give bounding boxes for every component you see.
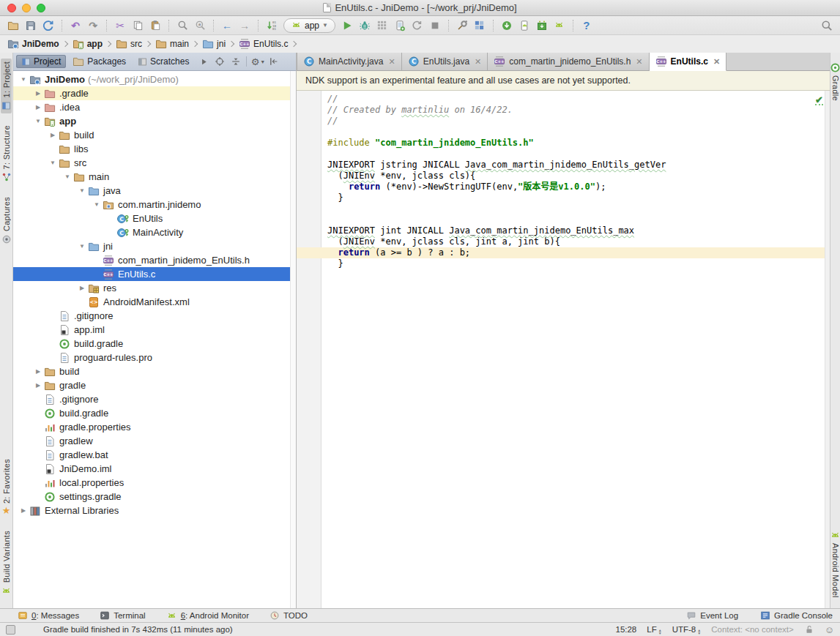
close-tab-icon[interactable]: ✕ [713, 57, 720, 67]
tree-row[interactable]: .gitignore [13, 392, 296, 406]
breadcrumb-item[interactable]: app [71, 37, 104, 50]
tree-row[interactable]: ▶.idea [13, 100, 296, 114]
tree-collapse-arrow[interactable]: ▶ [76, 285, 88, 291]
debug-icon[interactable] [356, 18, 373, 34]
breadcrumb-item[interactable]: jni [201, 37, 227, 50]
tree-scrollbar[interactable] [290, 71, 296, 608]
tree-collapse-arrow[interactable]: ▶ [32, 368, 44, 375]
back-icon[interactable]: ← [218, 18, 236, 34]
replace-icon[interactable]: a [191, 18, 209, 34]
tool-window-button-todo[interactable]: TODO [270, 610, 308, 621]
editor-tab[interactable]: CMainActivity.java✕ [297, 53, 402, 70]
stripe-tab-1-project[interactable]: 1: Project [1, 59, 12, 113]
run-icon[interactable] [338, 18, 356, 34]
tool-window-button-0-messages[interactable]: 0: Messages [18, 610, 79, 621]
stripe-tab-7-structure[interactable]: 7: Structure [1, 122, 12, 185]
locate-icon[interactable] [212, 54, 228, 69]
tree-expand-arrow[interactable]: ▼ [32, 118, 44, 124]
hide-panel-icon[interactable] [266, 54, 282, 69]
tree-row[interactable]: ▶.gradle [13, 86, 296, 100]
tree-row[interactable]: ▼java [13, 184, 296, 198]
code-editor[interactable]: //// Created by martinliu on 16/4/22.//#… [297, 91, 830, 608]
stripe-tab-gradle[interactable]: Gradle [829, 59, 840, 104]
tree-row[interactable]: <>AndroidManifest.xml [13, 295, 296, 309]
project-structure-icon[interactable] [471, 18, 488, 34]
tree-row[interactable]: ▼com.martin.jnidemo [13, 198, 296, 212]
tree-row[interactable]: ▶External Libraries [13, 504, 296, 517]
close-tab-icon[interactable]: ✕ [388, 57, 395, 67]
tree-collapse-arrow[interactable]: ▶ [32, 382, 44, 389]
tool-window-button-event-log[interactable]: Event Log [686, 610, 738, 621]
project-view-tab-packages[interactable]: Packages [67, 54, 131, 69]
tree-row[interactable]: gradle.properties [13, 420, 296, 434]
breadcrumb-item[interactable]: C++EnUtils.c [237, 37, 289, 50]
inspection-status-icon[interactable]: ✔ [815, 94, 823, 105]
settings-icon[interactable] [453, 18, 471, 34]
tree-expand-arrow[interactable]: ▼ [91, 201, 103, 208]
tree-collapse-arrow[interactable]: ▶ [32, 90, 44, 97]
project-tree[interactable]: ▼JniDemo (~/work_prj/JniDemo)▶.gradle▶.i… [13, 71, 296, 608]
tree-collapse-arrow[interactable]: ▶ [47, 132, 59, 138]
editor-tab[interactable]: C++com_martin_jnidemo_EnUtils.h✕ [488, 53, 649, 70]
device-monitor-icon[interactable] [533, 18, 551, 34]
close-tab-icon[interactable]: ✕ [475, 57, 481, 67]
search-everywhere-icon[interactable] [818, 18, 836, 34]
forward-icon[interactable]: → [236, 18, 253, 34]
tree-row[interactable]: gradlew [13, 434, 296, 448]
tree-row[interactable]: CEnUtils [13, 212, 296, 225]
tree-row[interactable]: ▼src [13, 156, 296, 170]
tree-row[interactable]: ▼jni [13, 239, 296, 253]
stop-icon[interactable] [426, 18, 444, 34]
breadcrumb-item[interactable]: JniDemo [6, 37, 61, 50]
avd-manager-icon[interactable] [516, 18, 533, 34]
stripe-tab-build-variants[interactable]: Build Variants [0, 528, 12, 599]
tree-collapse-arrow[interactable]: ▶ [18, 507, 29, 514]
attach-debugger-icon[interactable] [391, 18, 409, 34]
help-icon[interactable]: ? [578, 18, 595, 34]
tree-row[interactable]: C++EnUtils.c [13, 267, 296, 281]
tree-row[interactable]: ▶build [13, 364, 296, 378]
stripe-tab-2-favorites[interactable]: 2: Favorites★ [1, 456, 12, 519]
tree-expand-arrow[interactable]: ▼ [47, 160, 59, 166]
tree-expand-arrow[interactable]: ▼ [76, 187, 88, 194]
tree-row[interactable]: ▶build [13, 128, 296, 142]
tree-row[interactable]: build.gradle [13, 337, 296, 351]
sdk-manager-icon[interactable] [498, 18, 516, 34]
tree-row[interactable]: CMainActivity [13, 225, 296, 239]
tree-row[interactable]: proguard-rules.pro [13, 351, 296, 364]
open-icon[interactable] [4, 18, 22, 34]
expand-icon[interactable] [196, 54, 212, 69]
breadcrumb-item[interactable]: main [154, 37, 190, 50]
sort-lines-icon[interactable]: 011001 [263, 18, 280, 34]
tree-row[interactable]: .gitignore [13, 309, 296, 323]
collapse-all-icon[interactable] [228, 54, 244, 69]
breadcrumb-item[interactable]: src [114, 37, 144, 50]
tool-window-button-6-android-monitor[interactable]: 6: Android Monitor [166, 610, 249, 621]
tree-row[interactable]: ▼JniDemo (~/work_prj/JniDemo) [13, 72, 296, 86]
tree-row[interactable]: JniDemo.iml [13, 462, 296, 476]
editor-tab[interactable]: CEnUtils.java✕ [402, 53, 488, 70]
line-ending-selector[interactable]: LF▲▼ [647, 625, 661, 635]
editor-tab[interactable]: C++EnUtils.c✕ [650, 53, 727, 71]
stripe-tab-captures[interactable]: Captures [1, 194, 12, 247]
find-icon[interactable] [174, 18, 191, 34]
context-selector[interactable]: Context: <no context> [711, 625, 794, 634]
tree-row[interactable]: gradlew.bat [13, 448, 296, 462]
save-icon[interactable] [22, 18, 40, 34]
tree-row[interactable]: local.properties [13, 476, 296, 490]
tree-row[interactable]: libs [13, 142, 296, 156]
project-view-tab-project[interactable]: Project [16, 55, 66, 68]
tool-window-button-gradle-console[interactable]: Gradle Console [760, 610, 833, 621]
stripe-tab-android-model[interactable]: Android Model [829, 527, 840, 601]
undo-icon[interactable]: ↶ [67, 18, 84, 34]
tree-collapse-arrow[interactable]: ▶ [32, 104, 44, 111]
tree-row[interactable]: C++com_martin_jnidemo_EnUtils.h [13, 253, 296, 267]
cut-icon[interactable]: ✂ [111, 18, 129, 34]
tree-row[interactable]: build.gradle [13, 406, 296, 420]
tree-row[interactable]: ▼app [13, 114, 296, 128]
tree-row[interactable]: ▶res [13, 281, 296, 295]
tree-expand-arrow[interactable]: ▼ [18, 76, 29, 83]
android-icon[interactable] [551, 18, 568, 34]
editor-scrollbar[interactable] [825, 91, 830, 608]
project-view-tab-scratches[interactable]: Scratches [133, 55, 194, 68]
